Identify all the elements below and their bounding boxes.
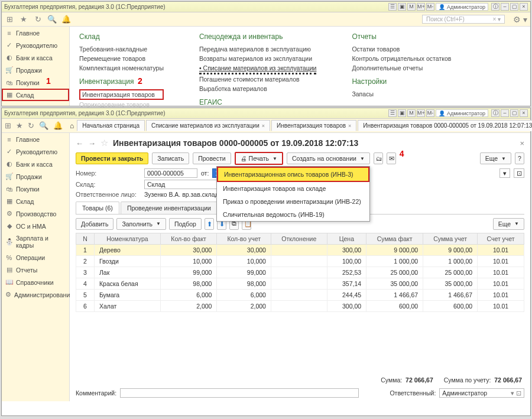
bell-icon[interactable]: 🔔	[53, 121, 63, 131]
more-button[interactable]: Еще▼	[480, 152, 511, 164]
pick-button[interactable]: Подбор	[169, 218, 202, 230]
tb-icon[interactable]: M-	[426, 109, 434, 117]
maximize-icon[interactable]: ▢	[510, 3, 518, 11]
menu-link[interactable]: Контроль отрицательных остатков	[352, 54, 451, 63]
menu-link[interactable]: Требования-накладные	[79, 44, 164, 54]
sidebar-item[interactable]: ◆ОС и НМА	[2, 220, 69, 232]
menu-link[interactable]: Возвраты материалов из эксплуатации	[199, 54, 316, 63]
sidebar-item[interactable]: ≡Главное	[2, 27, 69, 39]
tb-icon[interactable]: M	[407, 109, 416, 117]
minimize-icon[interactable]: –	[501, 3, 509, 11]
fill-button[interactable]: Заполнить▼	[116, 218, 166, 230]
tb-icon[interactable]: M	[407, 3, 416, 11]
info-icon[interactable]: ⓘ	[491, 3, 499, 11]
print-menu-item[interactable]: Инвентаризация товаров на складе	[217, 182, 369, 195]
sidebar-item[interactable]: ✓Руководителю	[2, 145, 69, 158]
save-button[interactable]: Записать	[152, 152, 189, 164]
sidebar-item[interactable]: ▤Отчеты	[2, 264, 69, 276]
tab[interactable]: Инвентаризация товаров 0000-000005 от 19…	[358, 120, 532, 131]
grid-icon[interactable]: ⊞	[5, 15, 14, 24]
menu-link[interactable]: Погашение стоимости материалов	[199, 74, 316, 84]
sidebar-item[interactable]: 🛒Продажи	[2, 64, 69, 76]
dropdown-icon[interactable]: ▾	[499, 168, 510, 178]
minimize-icon[interactable]: –	[501, 109, 509, 117]
sidebar-item[interactable]: 🛍Покупки	[2, 76, 69, 89]
create-based-button[interactable]: Создать на основании▼	[287, 152, 370, 164]
sidebar-item[interactable]: ≡Главное	[2, 133, 69, 145]
menu-link[interactable]: Дополнительные отчеты	[352, 63, 451, 73]
num-input[interactable]: 0000-000005	[144, 168, 197, 178]
maximize-icon[interactable]: ▢	[510, 109, 518, 117]
menu-link[interactable]: Остатки товаров	[352, 44, 451, 54]
table-row[interactable]: 6Халат2,0002,000300,00600,00600,0010.01	[76, 301, 524, 312]
star-icon[interactable]: ★	[16, 121, 23, 131]
menu-link[interactable]: • Списание материалов из эксплуатации	[199, 63, 316, 74]
print-menu-item[interactable]: Инвентаризационная опись товаров (ИНВ-3)	[217, 167, 369, 182]
table-row[interactable]: 5Бумага6,0006,000244,451 466,671 466,671…	[76, 290, 524, 301]
menu-link[interactable]: Комплектация номенклатуры	[79, 63, 164, 73]
bell-icon[interactable]: 🔔	[61, 15, 71, 24]
star-icon[interactable]: ☆	[100, 138, 108, 148]
tree-icon[interactable]: 🗂	[374, 152, 383, 164]
back-arrow-icon[interactable]: ←	[76, 139, 83, 148]
tb-icon[interactable]: ☰	[388, 3, 397, 11]
add-button[interactable]: Добавить	[76, 218, 113, 230]
sidebar-item[interactable]: ⚙Администрирование	[2, 288, 69, 301]
sidebar-item[interactable]: 📖Справочники	[2, 276, 69, 288]
fwd-arrow-icon[interactable]: →	[88, 139, 96, 148]
tb-icon[interactable]: ☰	[388, 109, 397, 117]
sidebar-item[interactable]: ⛄Зарплата и кадры	[2, 232, 69, 251]
sidebar-item[interactable]: ◐Банк и касса	[2, 158, 69, 170]
print-button[interactable]: 🖨 Печать▼	[235, 152, 283, 165]
menu-link[interactable]: Запасы	[352, 89, 451, 99]
print-menu-item[interactable]: Приказ о проведении инвентаризации (ИНВ-…	[217, 195, 369, 208]
admin-badge[interactable]: 👤Администратор	[436, 109, 488, 117]
search-icon[interactable]: 🔍	[47, 15, 57, 24]
tb-icon[interactable]: ▣	[398, 3, 406, 11]
subtab[interactable]: Товары (6)	[76, 202, 119, 214]
comment-input[interactable]	[120, 388, 359, 398]
sidebar-item[interactable]: ▦Склад	[2, 195, 69, 207]
tb-icon[interactable]: M+	[417, 109, 425, 117]
print-menu-item[interactable]: Сличительная ведомость (ИНВ-19)	[217, 208, 369, 221]
close-icon[interactable]: ×	[520, 3, 528, 11]
commit-button[interactable]: Провести и закрыть	[76, 152, 148, 164]
sidebar-item[interactable]: %Операции	[2, 251, 69, 264]
close-icon[interactable]: ×	[520, 109, 528, 117]
table-row[interactable]: 1Дерево30,00030,000300,009 000,009 000,0…	[76, 245, 524, 256]
table-row[interactable]: 2Гвозди10,00010,000100,001 000,001 000,0…	[76, 256, 524, 267]
sidebar-item[interactable]: ⚙Производство	[2, 207, 69, 220]
gear-icon[interactable]: ⚙ ▾	[513, 15, 527, 24]
search-input[interactable]: Поиск (Ctrl+F)× ▾	[422, 15, 505, 24]
tab[interactable]: Списание материалов из эксплуатации ×	[146, 120, 270, 131]
up-icon[interactable]: ⬆	[205, 218, 214, 230]
table-row[interactable]: 3Лак99,00099,000252,5325 000,0025 000,00…	[76, 267, 524, 278]
sidebar-item[interactable]: ◐Банк и касса	[2, 51, 69, 64]
sidebar-item[interactable]: ✓Руководителю	[2, 39, 69, 51]
close-icon[interactable]: ×	[520, 139, 524, 148]
items-table[interactable]: NНоменклатураКол-во фактКол-во учетОткло…	[76, 233, 524, 312]
tb-icon[interactable]: M+	[417, 3, 425, 11]
history-icon[interactable]: ↻	[33, 15, 43, 24]
open-icon[interactable]: ⊡	[514, 168, 524, 178]
post-button[interactable]: Провести	[193, 152, 231, 164]
close-icon[interactable]: ×	[262, 123, 265, 129]
help-icon[interactable]: ?	[515, 152, 524, 164]
tab[interactable]: Начальная страница	[77, 120, 145, 131]
menu-link[interactable]: Передача материалов в эксплуатацию	[199, 44, 316, 54]
close-icon[interactable]: ×	[348, 123, 351, 129]
sidebar-item[interactable]: 🛍Покупки	[2, 183, 69, 195]
admin-badge[interactable]: 👤Администратор	[436, 3, 488, 11]
resp2-input[interactable]: Администратор▾ ⊡	[439, 388, 524, 398]
more-button[interactable]: Еще▼	[493, 218, 524, 230]
sidebar-item[interactable]: ▦Склад	[2, 89, 69, 101]
history-icon[interactable]: ↻	[28, 121, 34, 131]
menu-link[interactable]: Выработка материалов	[199, 84, 316, 93]
menu-inventory-link[interactable]: Инвентаризация товаров	[79, 89, 164, 100]
grid-icon[interactable]: ⊞	[5, 121, 11, 131]
mail-icon[interactable]: ✉	[387, 152, 396, 164]
tab[interactable]: Инвентаризация товаров ×	[271, 120, 356, 131]
info-icon[interactable]: ⓘ	[491, 109, 499, 117]
star-icon[interactable]: ★	[19, 15, 28, 24]
home-icon[interactable]: ⌂	[70, 122, 74, 130]
